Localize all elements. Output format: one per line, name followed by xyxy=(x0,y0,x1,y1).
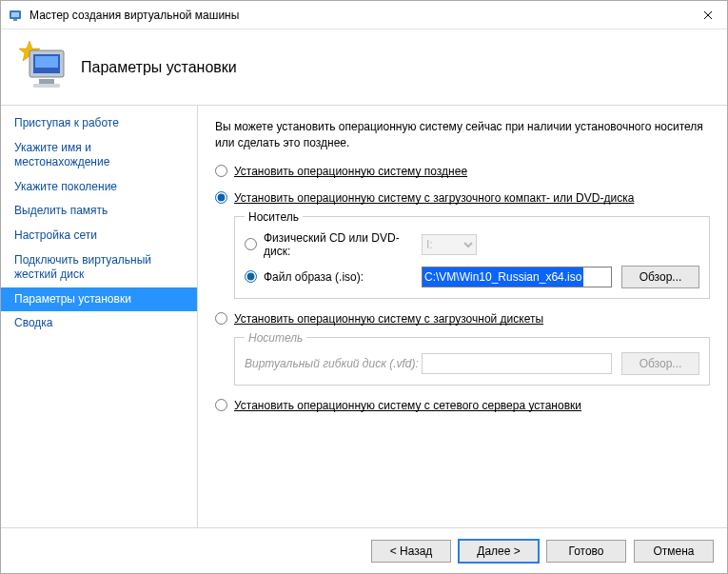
option-network: Установить операционную систему с сетево… xyxy=(215,399,710,412)
svg-rect-2 xyxy=(13,19,17,21)
sidebar-item-install-options[interactable]: Параметры установки xyxy=(1,287,197,312)
vfd-path-input xyxy=(422,353,612,374)
app-icon xyxy=(9,8,24,23)
svg-rect-8 xyxy=(33,84,60,88)
next-button[interactable]: Далее > xyxy=(459,540,539,563)
radio-install-later[interactable] xyxy=(215,165,227,177)
wizard-header-icon xyxy=(14,39,71,96)
option-later: Установить операционную систему позднее xyxy=(215,165,710,178)
sidebar-item-name-location[interactable]: Укажите имя и местонахождение xyxy=(1,136,197,175)
wizard-content: Вы можете установить операционную систем… xyxy=(198,106,727,527)
browse-vfd-button: Обзор... xyxy=(621,352,699,375)
disc-media-group: Носитель Физический CD или DVD-диск: I: xyxy=(234,210,710,299)
disc-media-legend: Носитель xyxy=(245,210,303,224)
floppy-media-legend: Носитель xyxy=(245,331,306,345)
finish-button[interactable]: Готово xyxy=(546,540,626,563)
radio-physical-disc[interactable] xyxy=(245,238,257,250)
wizard-header: Параметры установки xyxy=(1,30,727,106)
svg-rect-7 xyxy=(39,79,54,84)
radio-iso-file-label[interactable]: Файл образа (.iso): xyxy=(245,270,422,284)
browse-iso-button[interactable]: Обзор... xyxy=(621,266,699,288)
radio-install-disc-label[interactable]: Установить операционную систему с загруз… xyxy=(234,191,634,205)
wizard-footer: < Назад Далее > Готово Отмена xyxy=(1,527,727,573)
vfd-label: Виртуальный гибкий диск (.vfd): xyxy=(245,357,422,370)
iso-path-input[interactable]: C:\VM\Win10_Russian_x64.iso xyxy=(422,267,612,287)
radio-install-network-label[interactable]: Установить операционную систему с сетево… xyxy=(234,399,581,412)
intro-text: Вы можете установить операционную систем… xyxy=(215,119,710,151)
titlebar: Мастер создания виртуальной машины xyxy=(1,1,727,30)
wizard-window: Мастер создания виртуальной машины Парам… xyxy=(0,0,728,574)
wizard-sidebar: Приступая к работе Укажите имя и местона… xyxy=(1,106,198,527)
radio-install-network[interactable] xyxy=(215,399,227,411)
radio-physical-disc-label[interactable]: Физический CD или DVD-диск: xyxy=(245,231,422,258)
sidebar-item-generation[interactable]: Укажите поколение xyxy=(1,175,197,200)
sidebar-item-memory[interactable]: Выделить память xyxy=(1,199,197,224)
sidebar-item-network[interactable]: Настройка сети xyxy=(1,224,197,248)
sidebar-item-harddisk[interactable]: Подключить виртуальный жесткий диск xyxy=(1,248,197,287)
window-title: Мастер создания виртуальной машины xyxy=(30,9,689,22)
radio-install-later-label[interactable]: Установить операционную систему позднее xyxy=(234,165,467,178)
cancel-button[interactable]: Отмена xyxy=(634,540,714,563)
close-button[interactable] xyxy=(689,1,727,30)
back-button[interactable]: < Назад xyxy=(371,540,451,563)
wizard-body: Приступая к работе Укажите имя и местона… xyxy=(1,106,727,527)
option-disc: Установить операционную систему с загруз… xyxy=(215,191,710,299)
radio-install-disc[interactable] xyxy=(215,191,227,204)
option-floppy: Установить операционную систему с загруз… xyxy=(215,312,710,386)
svg-rect-6 xyxy=(35,56,58,68)
svg-rect-1 xyxy=(11,12,19,17)
sidebar-item-begin[interactable]: Приступая к работе xyxy=(1,111,197,136)
page-title: Параметры установки xyxy=(81,59,237,76)
physical-drive-select[interactable]: I: xyxy=(422,234,477,255)
floppy-media-group: Носитель Виртуальный гибкий диск (.vfd):… xyxy=(234,331,710,386)
sidebar-item-summary[interactable]: Сводка xyxy=(1,311,197,336)
radio-iso-file[interactable] xyxy=(245,270,257,283)
radio-install-floppy-label[interactable]: Установить операционную систему с загруз… xyxy=(234,312,543,326)
close-icon xyxy=(703,10,713,20)
radio-install-floppy[interactable] xyxy=(215,312,227,325)
